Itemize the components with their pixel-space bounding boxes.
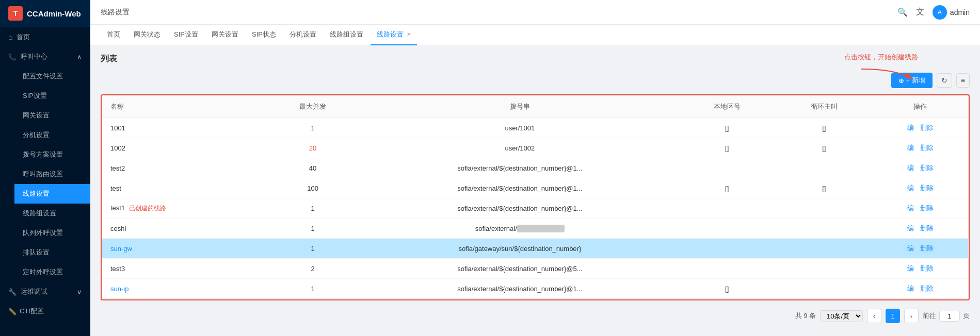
edit-action[interactable]: 编	[907, 164, 914, 172]
delete-action[interactable]: 删除	[920, 164, 934, 172]
cell-local	[679, 259, 776, 279]
delete-action[interactable]: 删除	[920, 264, 934, 272]
sidebar-item-extension[interactable]: 分机设置	[14, 125, 90, 145]
col-dial: 拨号串	[361, 96, 678, 118]
sidebar-item-dialplan[interactable]: 拨号方案设置	[14, 145, 90, 164]
linegroup-label: 线路组设置	[23, 209, 56, 218]
sidebar-item-cti[interactable]: ✏️ CTI配置	[0, 301, 90, 321]
sidebar-item-home[interactable]: ⌂ 首页	[0, 27, 90, 47]
edit-action[interactable]: 编	[907, 184, 914, 192]
sidebar-item-config[interactable]: 配置文件设置	[14, 66, 90, 86]
sidebar-item-line[interactable]: 线路设置	[14, 184, 90, 204]
delete-action[interactable]: 删除	[920, 144, 934, 152]
tab-linegroup-label: 线路组设置	[330, 30, 363, 39]
page-jump-suffix: 页	[963, 311, 970, 321]
translate-icon[interactable]: 文	[916, 7, 924, 18]
tab-linegroup[interactable]: 线路组设置	[324, 25, 369, 45]
cell-name: sun-ip	[102, 279, 264, 299]
cell-action: 编 删除	[873, 219, 968, 239]
edit-action[interactable]: 编	[907, 244, 914, 252]
cell-action: 编 删除	[873, 158, 968, 178]
tab-gw[interactable]: 网关设置	[205, 25, 245, 45]
page-next-button[interactable]: ›	[904, 309, 919, 323]
row-name-text: test1	[110, 204, 125, 212]
arrow-svg	[856, 64, 918, 85]
cell-loop	[776, 259, 873, 279]
page-prev-button[interactable]: ‹	[867, 309, 881, 323]
cell-dial: user/1002	[361, 138, 678, 158]
cell-action: 编 删除	[873, 259, 968, 279]
refresh-button[interactable]: ↻	[937, 73, 952, 88]
logo: T CCAdmin-Web	[0, 0, 90, 27]
edit-action[interactable]: 编	[907, 204, 914, 212]
sidebar-item-linegroup[interactable]: 线路组设置	[14, 204, 90, 223]
cell-max: 1	[264, 239, 361, 259]
cell-action: 编 删除	[873, 279, 968, 299]
breadcrumb-text: 线路设置	[101, 8, 130, 17]
page-size-select[interactable]: 10条/页 20条/页 50条/页	[820, 310, 863, 322]
cell-loop: []	[776, 178, 873, 198]
tabbar: 首页 网关状态 SIP设置 网关设置 SIP状态 分机设置 线路组设置 线路设置…	[90, 25, 980, 45]
cell-dial: sofia/external/${destination_number}@1..…	[361, 178, 678, 198]
cell-name: test2	[102, 158, 264, 178]
cell-dial: sofia/external/${destination_number}@5..…	[361, 259, 678, 279]
page-jump-input[interactable]	[939, 311, 960, 322]
delete-action[interactable]: 删除	[920, 124, 934, 131]
total-count: 共 9 条	[795, 311, 816, 321]
cti-icon: ✏️	[8, 308, 17, 315]
cell-name: test3	[102, 259, 264, 279]
ops-label: 运维调试	[21, 287, 47, 296]
page-1-button[interactable]: 1	[886, 309, 900, 323]
page-jump-prefix: 前往	[923, 311, 936, 321]
cell-max: 20	[264, 138, 361, 158]
more-button[interactable]: ≡	[956, 73, 970, 88]
cell-name: 1002	[102, 138, 264, 158]
cell-dial: sofia/external/${destination_number}@1..…	[361, 279, 678, 299]
table-row: sun-gw1sofia/gateway/sun/${destination_n…	[102, 239, 968, 259]
cell-name: ceshi	[102, 219, 264, 239]
sidebar-sub-callcenter: 配置文件设置 SIP设置 网关设置 分机设置 拨号方案设置 呼叫路由设置 线路设…	[0, 66, 90, 282]
tab-line[interactable]: 线路设置 ✕	[371, 25, 417, 45]
cell-local: []	[679, 138, 776, 158]
cell-max: 1	[264, 279, 361, 299]
tab-home[interactable]: 首页	[101, 25, 126, 45]
sip-label: SIP设置	[23, 91, 47, 100]
sidebar-section-ops[interactable]: 🔧 运维调试 ∨	[0, 282, 90, 301]
delete-action[interactable]: 删除	[920, 244, 934, 252]
edit-action[interactable]: 编	[907, 264, 914, 272]
topbar: 线路设置 🔍 文 A admin	[90, 0, 980, 25]
tab-sip-status[interactable]: SIP状态	[246, 25, 282, 45]
delete-action[interactable]: 删除	[920, 284, 934, 292]
tab-line-close[interactable]: ✕	[407, 31, 411, 37]
edit-action[interactable]: 编	[907, 224, 914, 232]
delete-action[interactable]: 删除	[920, 184, 934, 192]
sidebar-item-timed-outbound[interactable]: 定时外呼设置	[14, 262, 90, 282]
sidebar-item-sip[interactable]: SIP设置	[14, 86, 90, 106]
edit-action[interactable]: 编	[907, 144, 914, 152]
table-row: 100220user/1002[][]编 删除	[102, 138, 968, 158]
pagination: 共 9 条 10条/页 20条/页 50条/页 ‹ 1 › 前往 页	[101, 309, 970, 323]
sidebar-home-label: 首页	[17, 32, 30, 42]
table-row: 10011user/1001[][]编 删除	[102, 118, 968, 138]
edit-action[interactable]: 编	[907, 124, 914, 131]
sidebar-item-queue[interactable]: 排队设置	[14, 243, 90, 262]
callcenter-label: 呼叫中心	[21, 52, 47, 61]
delete-action[interactable]: 删除	[920, 204, 934, 212]
queue-outbound-label: 队列外呼设置	[23, 228, 63, 238]
sidebar-item-callroute[interactable]: 呼叫路由设置	[14, 164, 90, 184]
sidebar-item-queue-outbound[interactable]: 队列外呼设置	[14, 223, 90, 243]
col-local: 本地区号	[679, 96, 776, 118]
phone-icon: 📞	[8, 53, 17, 61]
callroute-label: 呼叫路由设置	[23, 170, 63, 179]
sidebar-section-callcenter[interactable]: 📞 呼叫中心 ∧	[0, 47, 90, 66]
sidebar-item-gateway[interactable]: 网关设置	[14, 106, 90, 125]
cell-local: []	[679, 118, 776, 138]
tab-sip[interactable]: SIP设置	[168, 25, 204, 45]
tab-gw-status[interactable]: 网关状态	[127, 25, 167, 45]
admin-info[interactable]: A admin	[933, 5, 970, 20]
cell-dial: user/1001	[361, 118, 678, 138]
search-icon[interactable]: 🔍	[897, 7, 908, 17]
tab-ext[interactable]: 分机设置	[283, 25, 323, 45]
delete-action[interactable]: 删除	[920, 224, 934, 232]
edit-action[interactable]: 编	[907, 284, 914, 292]
